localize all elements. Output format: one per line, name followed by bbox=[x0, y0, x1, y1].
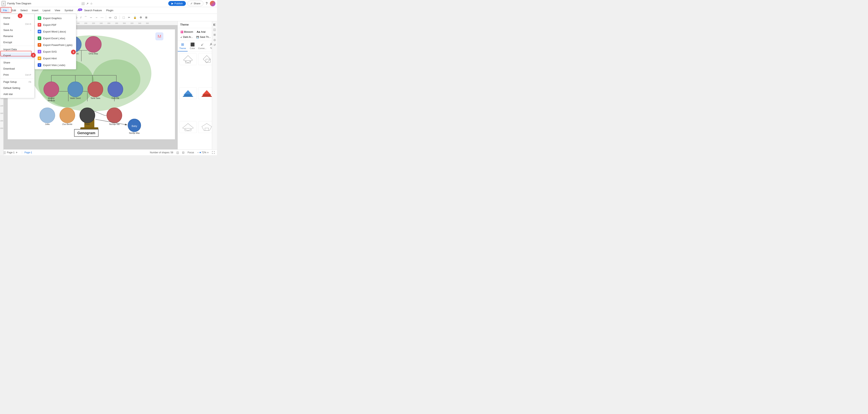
export-submenu-dropdown: ✦ Export Graphics P Export PDF W Export … bbox=[35, 14, 76, 69]
export-pdf[interactable]: P Export PDF bbox=[35, 22, 76, 28]
panel-icon-3[interactable]: ⊞ bbox=[213, 33, 216, 36]
tab-connect[interactable]: ↙ Conne... bbox=[197, 41, 207, 51]
dash-style-button[interactable]: - - bbox=[100, 15, 104, 20]
table-button[interactable]: ⊞ bbox=[144, 15, 149, 20]
export-svg-label: Export SVG bbox=[43, 50, 57, 53]
focus-label[interactable]: Focus bbox=[188, 151, 194, 154]
export-excel[interactable]: X Export Excel (.xlsx) bbox=[35, 35, 76, 42]
rounded-rect-button[interactable]: ▢ bbox=[113, 15, 118, 20]
line-style-button[interactable]: ─ bbox=[89, 15, 93, 20]
arrow-style-button[interactable]: → bbox=[94, 15, 99, 20]
zoom-out-button[interactable]: − bbox=[197, 151, 199, 154]
menu-print[interactable]: PrintCtrl+P bbox=[0, 72, 34, 78]
lock-button[interactable]: 🔒 bbox=[132, 15, 138, 20]
export-word[interactable]: W Export Word (.docx) bbox=[35, 28, 76, 35]
panel-icon-1[interactable]: ◧ bbox=[213, 23, 216, 26]
help-icon[interactable]: ? bbox=[205, 1, 208, 6]
export-svg[interactable]: S Export SVG bbox=[35, 48, 76, 55]
menu-download[interactable]: Download bbox=[0, 66, 34, 72]
menu-default-setting[interactable]: Default Setting bbox=[0, 85, 34, 91]
fullscreen-button[interactable]: ⛶ bbox=[212, 151, 215, 154]
menu-import-data[interactable]: Import Data bbox=[0, 46, 34, 53]
svg-point-26 bbox=[68, 82, 83, 97]
toolbar-separator-4 bbox=[106, 15, 106, 20]
menu-item-symbol[interactable]: Symbol bbox=[63, 8, 75, 12]
menu-save-as[interactable]: Save As› bbox=[0, 27, 34, 33]
share-button[interactable]: ⤢ Share bbox=[187, 1, 204, 6]
export-visio-icon: V bbox=[38, 63, 41, 67]
dark-icon: ↙ bbox=[181, 36, 182, 38]
theme-tabs: ⊞ Theme ⬛ Color ↙ Conne... Aa Text bbox=[178, 41, 217, 51]
svg-point-23 bbox=[44, 82, 59, 97]
svg-point-32 bbox=[40, 108, 55, 123]
zoom-percentage: 72% bbox=[202, 151, 206, 154]
panel-icon-2[interactable]: ◫ bbox=[213, 28, 216, 31]
export-svg-icon: S bbox=[38, 50, 41, 54]
theme-option-dark[interactable]: ↙ Dark Ar... bbox=[179, 35, 194, 39]
minimize-icon[interactable]: ⬜ bbox=[81, 2, 85, 5]
panel-icon-5[interactable]: ↺ bbox=[213, 43, 216, 46]
menu-home[interactable]: Home bbox=[0, 15, 34, 21]
menu-save[interactable]: SaveCtrl+S bbox=[0, 21, 34, 27]
shape-card-1[interactable] bbox=[179, 53, 197, 65]
menu-item-select[interactable]: Select bbox=[18, 8, 29, 12]
export-ppt-label: Export PowerPoint (.pptx) bbox=[43, 43, 72, 46]
menu-rename[interactable]: Rename bbox=[0, 33, 34, 39]
svg-point-34 bbox=[60, 108, 75, 123]
svg-text:Neeftje Max: Neeftje Max bbox=[129, 132, 140, 134]
line-button[interactable]: / bbox=[79, 15, 83, 20]
tab-theme[interactable]: ⊞ Theme bbox=[178, 41, 188, 51]
page-add-button[interactable]: + bbox=[16, 151, 18, 154]
theme-option-save[interactable]: 💾 Save Th... bbox=[195, 35, 212, 39]
star-icon[interactable]: ☆ bbox=[90, 2, 93, 5]
publish-button[interactable]: ▶ Publish bbox=[168, 1, 186, 6]
export-word-icon: W bbox=[38, 30, 41, 33]
export-html[interactable]: H Export Html bbox=[35, 55, 76, 62]
export-icon[interactable]: ↗ bbox=[86, 2, 89, 5]
settings-button[interactable]: ⚙ bbox=[138, 15, 143, 20]
tab-color[interactable]: ⬛ Color bbox=[188, 41, 197, 51]
crop-button[interactable]: ✂ bbox=[127, 15, 131, 20]
menu-item-layout[interactable]: Layout bbox=[41, 8, 52, 12]
menu-export[interactable]: Export› bbox=[0, 53, 34, 59]
shape-card-3[interactable] bbox=[179, 87, 197, 99]
step-badge-2: 2 bbox=[31, 53, 36, 58]
menu-item-view[interactable]: View bbox=[53, 8, 62, 12]
layer-icon[interactable]: ◫ bbox=[176, 151, 179, 154]
rect-button[interactable]: ▭ bbox=[108, 15, 113, 20]
menu-add-star[interactable]: Add star bbox=[0, 91, 34, 97]
export-ppt[interactable]: P Export PowerPoint (.pptx) bbox=[35, 42, 76, 48]
active-page-area: Page-1 bbox=[22, 151, 84, 154]
zoom-indicator bbox=[199, 152, 201, 153]
menu-item-plugin[interactable]: Plugin bbox=[104, 8, 115, 12]
arial-icon: Aa bbox=[197, 30, 200, 33]
blossom-color-dot bbox=[181, 31, 183, 33]
svg-text:Tante Sara: Tante Sara bbox=[91, 97, 100, 99]
theme-option-arial[interactable]: Aa Arial bbox=[195, 30, 207, 34]
connector-button[interactable]: ⌒ bbox=[83, 15, 88, 20]
export-graphics[interactable]: ✦ Export Graphics bbox=[35, 15, 76, 22]
shapes-count: Number of shapes: 58 bbox=[150, 151, 173, 154]
app-title: Family Tree Diagram bbox=[7, 2, 80, 5]
panel-icon-4[interactable]: ◎ bbox=[213, 38, 216, 41]
shadow-button[interactable]: ⬚ bbox=[121, 15, 126, 20]
active-page-label[interactable]: Page-1 bbox=[25, 151, 32, 154]
svg-marker-49 bbox=[183, 56, 192, 63]
menu-item-insert[interactable]: Insert bbox=[30, 8, 40, 12]
focus-icon[interactable]: ⊡ bbox=[182, 151, 184, 154]
menu-share[interactable]: Share bbox=[0, 60, 34, 66]
menu-encrypt[interactable]: Encrypt bbox=[0, 39, 34, 45]
export-visio[interactable]: V Export Visio (.vsdx) bbox=[35, 62, 76, 68]
svg-point-30 bbox=[108, 82, 123, 97]
menu-item-search[interactable]: Search Feature bbox=[82, 8, 104, 12]
page-tab-1[interactable]: Page-1 bbox=[7, 151, 14, 154]
back-button[interactable]: ‹ bbox=[2, 1, 6, 6]
menu-item-edit[interactable]: Edit bbox=[10, 8, 18, 12]
menu-page-setup[interactable]: Page SetupF6 bbox=[0, 79, 34, 85]
zoom-in-button[interactable]: + bbox=[207, 151, 209, 154]
shape-card-5[interactable] bbox=[179, 121, 197, 133]
theme-option-blossom[interactable]: Blossom bbox=[179, 30, 194, 34]
menu-item-file[interactable]: File bbox=[1, 8, 9, 13]
menu-item-ai[interactable]: AIhot bbox=[75, 8, 82, 12]
share-icon: ⤢ bbox=[190, 2, 192, 5]
